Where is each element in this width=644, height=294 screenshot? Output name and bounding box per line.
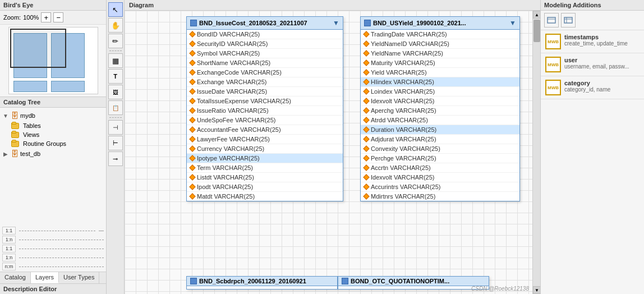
expand-icon: ▼ [2, 113, 9, 119]
modeling-toolbar [541, 11, 644, 30]
tab-layers[interactable]: Layers [31, 272, 59, 283]
table-1-row-0: BondID VARCHAR(25) [187, 30, 343, 39]
tree-item-testdb[interactable]: ▶ 🗄 test_db [0, 148, 106, 159]
rel-dash-4 [19, 258, 104, 258]
modeling-item-timestamps-title: timestamps [564, 34, 628, 40]
field-icon [363, 193, 369, 199]
desc-editor-header: Description Editor [0, 283, 106, 294]
table-1-filter[interactable]: ▼ [333, 19, 339, 27]
table-3-color [190, 278, 197, 284]
tool-note[interactable]: 📋 [108, 100, 123, 115]
rel-dash-1 [19, 231, 95, 231]
zoom-out-button[interactable]: − [53, 12, 63, 22]
diagram-scrollbar[interactable]: ▲ ▼ [532, 11, 540, 294]
scroll-thumb[interactable] [533, 20, 540, 42]
rel-label-2: 1:n [2, 236, 16, 244]
field-icon [189, 164, 195, 171]
modeling-item-user[interactable]: MWB user username, email, passw... [541, 53, 644, 76]
tool-image[interactable]: 🖼 [108, 85, 123, 99]
modeling-icon-mwb-1: MWB [548, 39, 559, 44]
bottom-tabs: Catalog Layers User Types [0, 272, 106, 283]
tab-user-types[interactable]: User Types [59, 272, 99, 283]
table-1-row-3: ShortName VARCHAR(25) [187, 58, 343, 68]
tree-label-mydb: mydb [20, 112, 35, 119]
field-icon [189, 193, 195, 199]
table-1-row-16: Ipodt VARCHAR(25) [187, 182, 343, 192]
modeling-item-category[interactable]: MWB category category_id, name [541, 76, 644, 99]
field-icon [363, 79, 369, 85]
field-icon [189, 136, 195, 142]
tree-item-mydb[interactable]: ▼ 🗄 mydb [0, 110, 106, 121]
catalog-tree-header: Catalog Tree [0, 97, 106, 108]
db-table-3[interactable]: BND_Scbdrpch_20061129_20160921 [186, 276, 338, 290]
modeling-item-user-title: user [564, 57, 629, 63]
table-4-name: BOND_OTC_QUOTATIONOPTIM... [351, 278, 449, 284]
tool-text[interactable]: T [108, 69, 123, 84]
tool-pencil[interactable]: ✏ [108, 34, 123, 48]
folder-icon-tables [11, 123, 19, 129]
diagram-canvas[interactable]: BND_IssueCost_20180523_20211007 ▼ BondID… [125, 11, 540, 294]
table-3-name: BND_Scbdrpch_20061129_20160921 [199, 278, 306, 284]
field-icon [363, 136, 369, 142]
tool-select[interactable]: ↖ [108, 2, 123, 17]
field-icon [363, 98, 369, 104]
tree-label-tables: Tables [23, 122, 41, 129]
db-table-1[interactable]: BND_IssueCost_20180523_20211007 ▼ BondID… [186, 16, 343, 201]
rel-dash-2 [19, 240, 104, 240]
field-icon [189, 155, 195, 161]
be-table-3 [13, 81, 47, 92]
modeling-additions-header: Modeling Additions [541, 0, 644, 11]
tool-divider-2 [109, 117, 122, 118]
field-icon [363, 107, 369, 113]
db-table-4-header: BOND_OTC_QUOTATIONOPTIM... [338, 277, 489, 286]
tool-table[interactable]: ▦ [108, 53, 123, 68]
tree-item-views[interactable]: Views [0, 130, 106, 139]
tool-hand[interactable]: ✋ [108, 18, 123, 33]
modeling-item-category-title: category [564, 80, 610, 86]
table-1-row-1: SecurityID VARCHAR(25) [187, 39, 343, 49]
field-icon [189, 31, 195, 37]
field-icon [363, 183, 369, 190]
field-icon [363, 126, 369, 132]
rel-line-4: 1:n [2, 254, 104, 261]
table-4-color [342, 278, 348, 284]
modeling-btn-1[interactable] [544, 13, 559, 27]
left-panel: Bird's Eye Zoom: 100% + − Catalog Tree ▼… [0, 0, 107, 294]
field-icon [363, 88, 369, 94]
modeling-icon-category: MWB [545, 80, 561, 95]
table-1-row-17: Matdt VARCHAR(25) [187, 192, 343, 201]
tree-item-routine-groups[interactable]: Routine Groups [0, 139, 106, 148]
db-table-4[interactable]: BOND_OTC_QUOTATIONOPTIM... [338, 276, 489, 290]
left-panel-bottom: Catalog Layers User Types Description Ed… [0, 272, 106, 294]
tool-rel2[interactable]: ⊢ [108, 136, 123, 150]
table-1-row-15: Listdt VARCHAR(25) [187, 173, 343, 182]
table-1-row-9: UndeSpoFee VARCHAR(25) [187, 116, 343, 125]
db-table-2-header: BND_USYield_19900102_2021... ▼ [361, 17, 519, 30]
tool-rel1[interactable]: ⊣ [108, 120, 123, 135]
tree-item-tables[interactable]: Tables [0, 121, 106, 130]
db-table-2[interactable]: BND_USYield_19900102_2021... ▼ TradingDa… [360, 16, 520, 201]
table-2-filter[interactable]: ▼ [509, 19, 516, 27]
zoom-in-button[interactable]: + [41, 12, 51, 22]
field-icon [189, 88, 195, 94]
table-1-row-14: Term VARCHAR(25) [187, 163, 343, 173]
modeling-btn-2[interactable] [561, 13, 576, 27]
modeling-icon-1 [547, 16, 556, 25]
field-icon [363, 31, 369, 37]
birds-eye-canvas[interactable] [8, 27, 98, 94]
scroll-up-arrow[interactable]: ▲ [533, 11, 540, 19]
table-2-row-7: Idexvolt VARCHAR(25) [361, 97, 519, 106]
rel-indicators: 1:1 — 1:n 1:1 1:n n:m [0, 226, 106, 272]
table-2-row-3: Maturity VARCHAR(25) [361, 58, 519, 68]
field-icon [189, 107, 195, 113]
modeling-item-timestamps[interactable]: MWB timestamps create_time, update_time [541, 30, 644, 53]
field-icon [363, 155, 369, 161]
tab-catalog[interactable]: Catalog [0, 272, 31, 283]
tool-rel3[interactable]: ⊸ [108, 151, 123, 166]
scroll-down-arrow[interactable]: ▼ [533, 286, 540, 294]
table-2-row-11: Adjdurat VARCHAR(25) [361, 135, 519, 144]
table-1-row-12: Currency VARCHAR(25) [187, 144, 343, 154]
field-icon [363, 164, 369, 171]
modeling-icon-2 [564, 16, 573, 25]
modeling-icon-timestamps: MWB [545, 34, 561, 49]
